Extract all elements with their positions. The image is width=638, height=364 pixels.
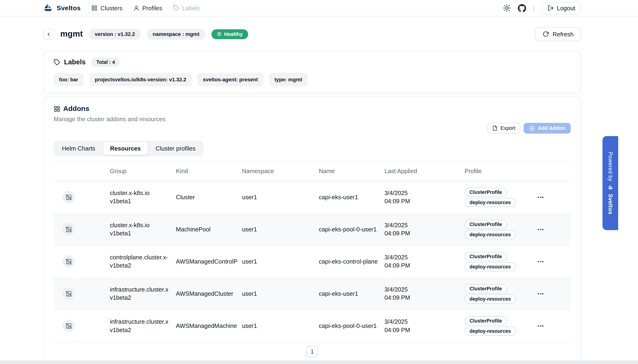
label-chip: type: mgmt (269, 73, 308, 86)
addons-card: Addons Manage the cluster addons and res… (43, 96, 581, 364)
addons-tabs: Helm Charts Resources Cluster profiles (54, 140, 204, 156)
addons-title: Addons (63, 105, 89, 113)
cell-last-applied: 3/4/202504:09 PM (384, 221, 464, 238)
profile-pill[interactable]: deploy-resources (465, 230, 516, 239)
cell-namespace: user1 (242, 258, 319, 265)
profile-pill[interactable]: ClusterProfile (465, 252, 507, 261)
tab-cluster-profiles[interactable]: Cluster profiles (149, 142, 202, 155)
profile-pill[interactable]: ClusterProfile (465, 188, 507, 197)
table-row: infrastructure.cluster.xv1beta2AWSManage… (54, 310, 571, 342)
profile-pill[interactable]: deploy-resources (465, 198, 516, 207)
tab-resources[interactable]: Resources (103, 142, 148, 155)
refresh-icon (543, 31, 549, 37)
page-bottom-strip (0, 360, 638, 364)
cell-profile: ClusterProfiledeploy-resources (465, 284, 537, 304)
cell-name: capi-eks-pool-0-user1 (319, 322, 384, 329)
cell-last-applied: 3/4/202504:09 PM (384, 253, 464, 270)
cell-kind: Cluster (176, 194, 242, 200)
page-title: mgmt (60, 29, 83, 39)
profile-pill[interactable]: ClusterProfile (465, 284, 507, 293)
powered-by-prefix: Powered by (607, 152, 613, 181)
tag-icon (173, 5, 179, 11)
label-chips: foo: bar projectsveltos.io/k8s-version: … (54, 73, 571, 86)
row-actions-button[interactable] (537, 325, 571, 326)
nav-item-labels[interactable]: Labels (173, 5, 200, 11)
nav-item-clusters[interactable]: Clusters (91, 5, 122, 11)
row-actions-button[interactable] (537, 261, 571, 262)
health-status-badge: ⚙ Healthy (211, 29, 248, 39)
cell-profile: ClusterProfiledeploy-resources (465, 188, 537, 207)
labels-card-title: Labels (64, 58, 86, 66)
cell-last-applied: 3/4/202504:09 PM (384, 286, 464, 302)
nav-item-label: Profiles (142, 5, 162, 11)
resource-image-off-icon (54, 191, 110, 204)
cell-name: capi-eks-pool-0-user1 (319, 226, 384, 232)
cell-profile: ClusterProfiledeploy-resources (465, 316, 537, 336)
cell-group: controlplane.cluster.x-v1beta2 (110, 253, 176, 270)
row-actions-button[interactable] (537, 293, 571, 294)
refresh-button[interactable]: Refresh (535, 27, 581, 41)
profile-pill[interactable]: deploy-resources (465, 326, 516, 336)
cell-namespace: user1 (242, 290, 319, 297)
back-button[interactable] (43, 29, 54, 40)
cluster-header: mgmt version : v1.32.2 namespace : mgmt … (43, 24, 581, 44)
nav-item-label: Labels (182, 5, 200, 11)
profile-pill[interactable]: ClusterProfile (465, 316, 507, 325)
powered-by-brand: Sveltos (607, 194, 613, 214)
logout-icon (547, 5, 554, 11)
cell-group: infrastructure.cluster.xv1beta2 (110, 318, 176, 334)
version-badge: version : v1.32.2 (89, 29, 141, 40)
nav-item-profiles[interactable]: Profiles (133, 5, 162, 11)
add-addon-label: Add Addon (538, 125, 565, 131)
profile-pill[interactable]: deploy-resources (465, 294, 516, 304)
resource-image-off-icon (54, 288, 110, 300)
resource-image-off-icon (54, 320, 110, 332)
nav-separator: | (533, 4, 535, 12)
file-icon (492, 125, 498, 131)
cell-name: capi-eks-user1 (319, 290, 384, 297)
powered-by-tab[interactable]: Powered by Sveltos (602, 136, 618, 230)
addons-table-body: cluster.x-k8s.iov1beta1Clusteruser1capi-… (54, 181, 571, 342)
cell-kind: AWSManagedCluster (176, 290, 242, 297)
plus-circle-icon (529, 125, 535, 131)
cell-kind: MachinePool (176, 226, 242, 232)
column-header-profile: Profile (465, 168, 537, 174)
cell-last-applied: 3/4/202504:09 PM (384, 189, 464, 206)
health-label: Healthy (224, 31, 243, 37)
column-header-name: Name (319, 168, 384, 174)
column-header-group: Group (110, 168, 176, 174)
label-chip: sveltos-agent: present (197, 73, 263, 86)
top-nav: Sveltos Clusters Profiles (0, 0, 638, 16)
export-button[interactable]: Export (487, 123, 520, 134)
chevron-left-icon (46, 31, 51, 37)
cell-group: infrastructure.cluster.xv1beta2 (110, 286, 176, 302)
addons-grid-icon (54, 106, 60, 112)
page: Sveltos Clusters Profiles (0, 0, 638, 364)
profile-pill[interactable]: ClusterProfile (465, 220, 507, 229)
profiles-icon (133, 5, 140, 11)
cell-last-applied: 3/4/202504:09 PM (384, 318, 464, 334)
table-row: controlplane.cluster.x-v1beta2AWSManaged… (54, 246, 571, 278)
addons-subtitle: Manage the cluster addons and resources (54, 116, 571, 122)
sveltos-logo-icon (43, 3, 53, 13)
sun-icon (503, 4, 511, 12)
table-row: cluster.x-k8s.iov1beta1Clusteruser1capi-… (54, 181, 571, 214)
cell-name: capi-eks-control-plane (319, 258, 384, 265)
table-row: cluster.x-k8s.iov1beta1MachinePooluser1c… (54, 214, 571, 246)
tab-helm-charts[interactable]: Helm Charts (55, 142, 102, 155)
export-label: Export (501, 125, 516, 131)
page-1-button[interactable]: 1 (306, 346, 318, 358)
row-actions-button[interactable] (537, 229, 571, 230)
row-actions-button[interactable] (537, 197, 571, 198)
profile-pill[interactable]: deploy-resources (465, 262, 516, 271)
brand-home-link[interactable]: Sveltos (43, 3, 81, 13)
github-link-button[interactable] (518, 4, 526, 12)
resource-image-off-icon (54, 223, 110, 236)
resource-image-off-icon (54, 256, 110, 268)
cell-namespace: user1 (242, 226, 319, 232)
theme-toggle-button[interactable] (503, 4, 511, 12)
add-addon-button[interactable]: Add Addon (524, 123, 571, 134)
table-header-row: Group Kind Namespace Name Last Applied P… (54, 161, 571, 182)
column-header-kind: Kind (176, 168, 242, 174)
logout-button[interactable]: Logout (542, 2, 581, 14)
